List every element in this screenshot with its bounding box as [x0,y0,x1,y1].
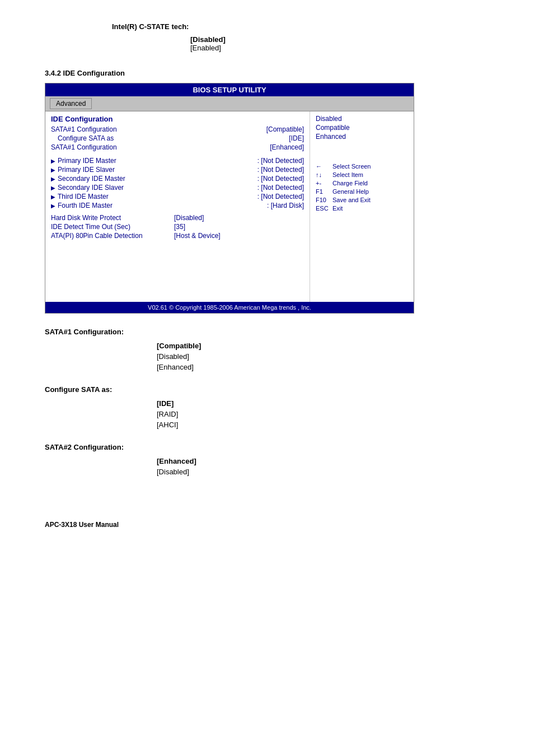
configure-sata-section: Configure SATA as: [IDE] [RAID] [AHCI] [45,385,500,429]
sata1-opt-enhanced[interactable]: [Enhanced] [157,363,500,371]
ide-label-primary-slaver: Primary IDE Slaver [58,166,115,174]
nav-row-screen: ← Select Screen [316,163,408,170]
ide-device-primary-slaver[interactable]: ▶ Primary IDE Slaver : [Not Detected] [51,166,304,174]
bios-body: IDE Configuration SATA#1 Configuration [… [45,111,414,302]
ide-device-secondary-master[interactable]: ▶ Secondary IDE Master : [Not Detected] [51,175,304,183]
ide-value-primary-slaver: : [Not Detected] [257,166,304,174]
nav-key-plusminus: +- [316,180,332,186]
bios-tab-advanced[interactable]: Advanced [50,98,92,109]
bios-left-panel: IDE Configuration SATA#1 Configuration [… [45,111,310,302]
ide-value-primary-master: : [Not Detected] [257,157,304,165]
config-value-sata1: [Compatible] [266,125,304,133]
triangle-icon-secondary-master: ▶ [51,176,55,182]
ide-device-fourth-master[interactable]: ▶ Fourth IDE Master : [Hard Disk] [51,202,304,209]
ide-device-third-master[interactable]: ▶ Third IDE Master : [Not Detected] [51,193,304,200]
misc-value-write-protect: [Disabled] [174,214,204,222]
nav-desc-screen: Select Screen [332,163,371,170]
misc-label-write-protect: Hard Disk Write Protect [51,214,174,222]
config-row-configure-sata[interactable]: Configure SATA as [IDE] [51,134,304,142]
ide-label-fourth-master: Fourth IDE Master [58,202,113,209]
ide-value-third-master: : [Not Detected] [257,193,304,200]
nav-desc-item: Select Item [332,171,363,178]
nav-row-charge: +- Charge Field [316,180,408,186]
nav-row-save: F10 Save and Exit [316,197,408,203]
nav-row-item: ↑↓ Select Item [316,171,408,178]
nav-key-updown: ↑↓ [316,171,332,178]
nav-row-exit: ESC Exit [316,205,408,212]
ide-device-primary-master[interactable]: ▶ Primary IDE Master : [Not Detected] [51,157,304,165]
triangle-icon-fourth-master: ▶ [51,203,55,209]
sata1-opt-compatible[interactable]: [Compatible] [157,342,500,350]
configure-sata-options: [IDE] [RAID] [AHCI] [45,399,500,429]
bios-box: BIOS SETUP UTILITY Advanced IDE Configur… [45,83,414,314]
cstate-title: Intel(R) C-STATE tech: [112,22,500,31]
nav-key-f10: F10 [316,197,332,203]
sata2-options: [Enhanced] [Disabled] [45,457,500,476]
configure-sata-opt-ahci[interactable]: [AHCI] [157,421,500,429]
nav-desc-save: Save and Exit [332,197,371,203]
config-value-sata1b: [Enhanced] [270,143,304,151]
nav-key-esc: ESC [316,205,332,212]
right-item-enhanced[interactable]: Enhanced [316,133,408,141]
misc-rows: Hard Disk Write Protect [Disabled] IDE D… [51,214,304,240]
config-label-sata1b: SATA#1 Configuration [51,143,117,151]
sata1-options: [Compatible] [Disabled] [Enhanced] [45,342,500,371]
top-section: Intel(R) C-STATE tech: [Disabled] [Enabl… [45,22,500,52]
ide-value-fourth-master: : [Hard Disk] [267,202,304,209]
ide-config-title: IDE Configuration [51,115,304,123]
configure-sata-opt-raid[interactable]: [RAID] [157,410,500,418]
sata1-section-title: SATA#1 Configuration: [45,328,500,336]
bios-title-bar: BIOS SETUP UTILITY [45,83,414,96]
bios-tab-bar: Advanced [45,96,414,111]
config-row-sata1b[interactable]: SATA#1 Configuration [Enhanced] [51,143,304,151]
config-row-sata1[interactable]: SATA#1 Configuration [Compatible] [51,125,304,133]
nav-key-arrow: ← [316,163,332,170]
footer-label: APC-3X18 User Manual [45,521,119,529]
nav-desc-exit: Exit [332,205,343,212]
sata2-section: SATA#2 Configuration: [Enhanced] [Disabl… [45,443,500,476]
cstate-option-disabled[interactable]: [Disabled] [190,35,500,44]
triangle-icon-third-master: ▶ [51,194,55,200]
ide-label-secondary-master: Secondary IDE Master [58,175,125,183]
config-label-configure-sata: Configure SATA as [51,134,114,142]
ide-label-third-master: Third IDE Master [58,193,109,200]
sata2-opt-enhanced[interactable]: [Enhanced] [157,457,500,465]
configure-sata-title: Configure SATA as: [45,385,500,394]
footer: APC-3X18 User Manual [45,521,500,529]
ide-device-secondary-slaver[interactable]: ▶ Secondary IDE Slaver : [Not Detected] [51,184,304,192]
sata2-section-title: SATA#2 Configuration: [45,443,500,451]
right-item-compatible[interactable]: Compatible [316,124,408,132]
misc-row-write-protect[interactable]: Hard Disk Write Protect [Disabled] [51,214,304,222]
nav-desc-help: General Help [332,188,369,195]
misc-label-cable-detection: ATA(PI) 80Pin Cable Detection [51,232,174,240]
ide-label-secondary-slaver: Secondary IDE Slaver [58,184,124,192]
configure-sata-opt-ide[interactable]: [IDE] [157,399,500,408]
config-value-configure-sata: [IDE] [289,134,304,142]
bios-copyright-bar: V02.61 © Copyright 1985-2006 American Me… [45,302,414,313]
misc-value-detect-timeout: [35] [174,223,185,231]
nav-key-f1: F1 [316,188,332,195]
cstate-option-enabled[interactable]: [Enabled] [190,44,500,52]
config-label-sata1: SATA#1 Configuration [51,125,117,133]
nav-desc-charge: Charge Field [332,180,368,186]
triangle-icon-primary-master: ▶ [51,158,55,164]
sata1-section: SATA#1 Configuration: [Compatible] [Disa… [45,328,500,371]
misc-row-cable-detection[interactable]: ATA(PI) 80Pin Cable Detection [Host & De… [51,232,304,240]
cstate-options: [Disabled] [Enabled] [112,35,500,52]
misc-row-detect-timeout[interactable]: IDE Detect Time Out (Sec) [35] [51,223,304,231]
sata1-opt-disabled[interactable]: [Disabled] [157,352,500,361]
nav-row-help: F1 General Help [316,188,408,195]
right-item-disabled[interactable]: Disabled [316,115,408,123]
ide-value-secondary-master: : [Not Detected] [257,175,304,183]
nav-section: ← Select Screen ↑↓ Select Item +- Charge… [316,163,408,212]
misc-value-cable-detection: [Host & Device] [174,232,221,240]
section-heading: 3.4.2 IDE Configuration [45,69,500,77]
bios-right-panel: Disabled Compatible Enhanced ← Select Sc… [310,111,414,302]
ide-label-primary-master: Primary IDE Master [58,157,116,165]
triangle-icon-secondary-slaver: ▶ [51,185,55,191]
misc-label-detect-timeout: IDE Detect Time Out (Sec) [51,223,174,231]
sata2-opt-disabled[interactable]: [Disabled] [157,468,500,476]
ide-value-secondary-slaver: : [Not Detected] [257,184,304,192]
triangle-icon-primary-slaver: ▶ [51,167,55,173]
